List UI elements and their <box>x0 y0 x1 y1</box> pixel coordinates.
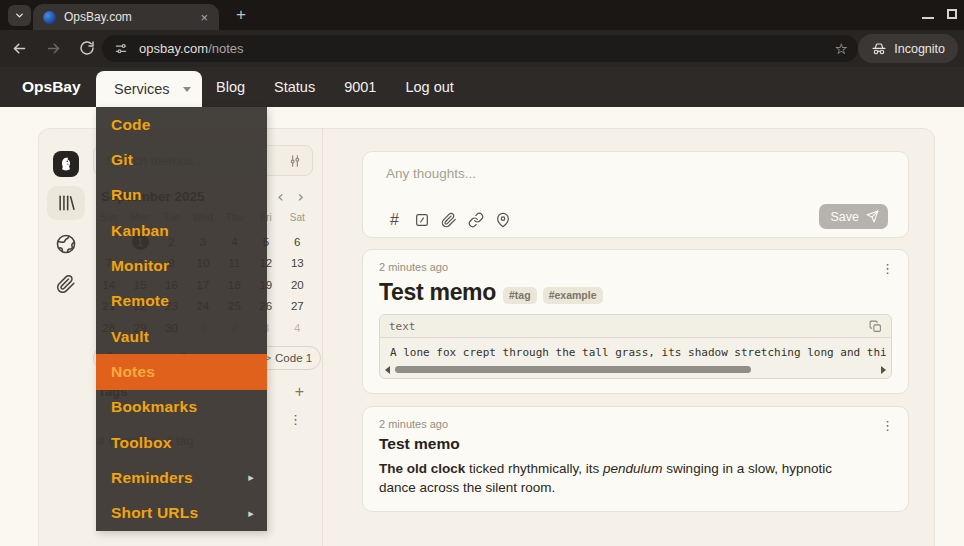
tags-more-icon[interactable]: ⋮ <box>289 413 302 426</box>
menu-item-label: Remote <box>111 292 169 310</box>
memo-card: 2 minutes ago ⋮ Test memo #tag#example t… <box>362 249 909 394</box>
submenu-arrow-icon: ▸ <box>248 507 254 520</box>
menu-item-label: Code <box>111 116 151 134</box>
site-navbar: OpsBay Services BlogStatus9001Log out <box>0 67 964 107</box>
menu-item-label: Notes <box>111 363 155 381</box>
back-button[interactable] <box>11 40 28 57</box>
incognito-label: Incognito <box>894 42 945 56</box>
services-label: Services <box>114 81 170 97</box>
menu-item-label: Bookmarks <box>111 398 197 416</box>
link-icon[interactable] <box>467 211 484 228</box>
add-tag-button[interactable]: + <box>295 384 304 400</box>
incognito-badge: Incognito <box>858 34 958 63</box>
nav-services[interactable]: Services <box>96 71 202 107</box>
copy-icon[interactable] <box>869 320 882 333</box>
chevron-down-icon <box>14 10 25 21</box>
memo-tag-tag[interactable]: #tag <box>503 287 537 304</box>
menu-item-label: Kanban <box>111 222 169 240</box>
nav-item-log-out[interactable]: Log out <box>405 79 453 95</box>
calendar-day-cell[interactable]: 13 <box>282 253 313 275</box>
calendar-day-cell[interactable]: 20 <box>282 274 313 296</box>
memo-text-segment: The old clock <box>379 461 465 476</box>
menu-item-notes[interactable]: Notes <box>96 354 267 389</box>
menu-item-kanban[interactable]: Kanban <box>96 213 267 248</box>
memo-more-icon[interactable]: ⋮ <box>881 419 894 432</box>
main-content: Any thoughts... # <box>324 129 936 546</box>
hashtag-icon[interactable]: # <box>386 211 403 228</box>
scrollbar-track[interactable] <box>395 366 876 374</box>
horizontal-scrollbar <box>380 363 891 378</box>
nav-item-status[interactable]: Status <box>274 79 315 95</box>
menu-item-label: Short URLs <box>111 504 198 522</box>
memo-timestamp: 2 minutes ago <box>379 418 892 430</box>
menu-item-toolbox[interactable]: Toolbox <box>96 425 267 460</box>
services-dropdown-menu: CodeGitRunKanbanMonitorRemoteVaultNotesB… <box>96 107 267 531</box>
stat-chip-label: Code 1 <box>275 352 312 364</box>
calendar-day-cell[interactable]: 6 <box>282 231 313 253</box>
menu-item-bookmarks[interactable]: Bookmarks <box>96 390 267 425</box>
explore-nav-button[interactable] <box>55 233 77 255</box>
reload-button[interactable] <box>79 40 96 57</box>
memo-body: The old clock ticked rhythmically, its p… <box>379 459 892 497</box>
calendar-prev-icon[interactable]: ‹ <box>277 190 283 204</box>
memo-tags: #tag#example <box>503 282 602 304</box>
menu-item-reminders[interactable]: Reminders▸ <box>96 460 267 495</box>
bookmark-star-icon[interactable]: ☆ <box>835 40 848 58</box>
attach-file-icon[interactable] <box>440 211 457 228</box>
calendar-next-icon[interactable]: › <box>298 190 304 204</box>
code-content[interactable]: A lone fox crept through the tall grass,… <box>380 338 891 363</box>
menu-item-label: Reminders <box>111 469 193 487</box>
app-area: Search memos... September 2025 ‹ › SunMo… <box>0 107 964 546</box>
memo-text-segment: ticked rhythmically, its <box>465 461 603 476</box>
minimize-button[interactable] <box>922 17 934 19</box>
menu-item-monitor[interactable]: Monitor <box>96 248 267 283</box>
forward-button[interactable] <box>45 40 62 57</box>
send-icon <box>866 210 879 223</box>
memo-tag-example[interactable]: #example <box>543 287 603 304</box>
address-bar[interactable]: opsbay.com/notes ☆ <box>102 35 858 62</box>
menu-item-label: Toolbox <box>111 434 172 452</box>
memo-editor-card[interactable]: Any thoughts... # <box>362 151 909 238</box>
code-block-header: text <box>380 315 891 338</box>
menu-item-label: Vault <box>111 328 149 346</box>
menu-item-remote[interactable]: Remote <box>96 284 267 319</box>
menu-item-code[interactable]: Code <box>96 107 267 142</box>
location-pin-icon[interactable] <box>494 211 511 228</box>
scroll-right-icon[interactable] <box>881 366 886 374</box>
menu-item-git[interactable]: Git <box>96 142 267 177</box>
calendar-day-cell[interactable]: 27 <box>282 296 313 318</box>
attachments-nav-button[interactable] <box>55 273 77 295</box>
memo-title: Test memo <box>379 279 496 306</box>
filter-sliders-icon[interactable] <box>288 154 302 168</box>
editor-toolbar: # <box>386 211 511 228</box>
nav-item-blog[interactable]: Blog <box>216 79 245 95</box>
browser-tab[interactable]: OpsBay.com × <box>33 4 219 30</box>
code-block: text A lone fox crept through the tall g… <box>379 314 892 379</box>
menu-item-short-urls[interactable]: Short URLs▸ <box>96 496 267 531</box>
memo-text-segment: pendulum <box>603 461 662 476</box>
todo-checkbox-icon[interactable] <box>413 211 430 228</box>
brand-logo[interactable]: OpsBay <box>22 67 81 107</box>
save-button[interactable]: Save <box>819 204 889 229</box>
memo-more-icon[interactable]: ⋮ <box>881 262 894 275</box>
editor-placeholder: Any thoughts... <box>386 166 888 181</box>
browser-toolbar: opsbay.com/notes ☆ Incognito <box>0 30 964 67</box>
scrollbar-thumb[interactable] <box>395 366 751 373</box>
incognito-icon <box>871 41 887 57</box>
site-favicon-icon <box>43 11 56 24</box>
menu-item-vault[interactable]: Vault <box>96 319 267 354</box>
submenu-arrow-icon: ▸ <box>248 471 254 484</box>
calendar-day-header: Sat <box>282 212 313 223</box>
menu-item-label: Git <box>111 151 133 169</box>
scroll-left-icon[interactable] <box>385 366 390 374</box>
memos-logo[interactable] <box>53 151 79 177</box>
tune-icon[interactable] <box>114 42 128 56</box>
nav-item-9001[interactable]: 9001 <box>344 79 376 95</box>
tab-close-icon[interactable]: × <box>197 9 211 26</box>
maximize-button[interactable] <box>947 9 957 19</box>
calendar-day-cell[interactable]: 4 <box>282 317 313 339</box>
tab-search-button[interactable] <box>8 5 31 26</box>
new-tab-button[interactable]: + <box>231 3 251 27</box>
library-nav-button[interactable] <box>47 186 85 220</box>
menu-item-run[interactable]: Run <box>96 178 267 213</box>
